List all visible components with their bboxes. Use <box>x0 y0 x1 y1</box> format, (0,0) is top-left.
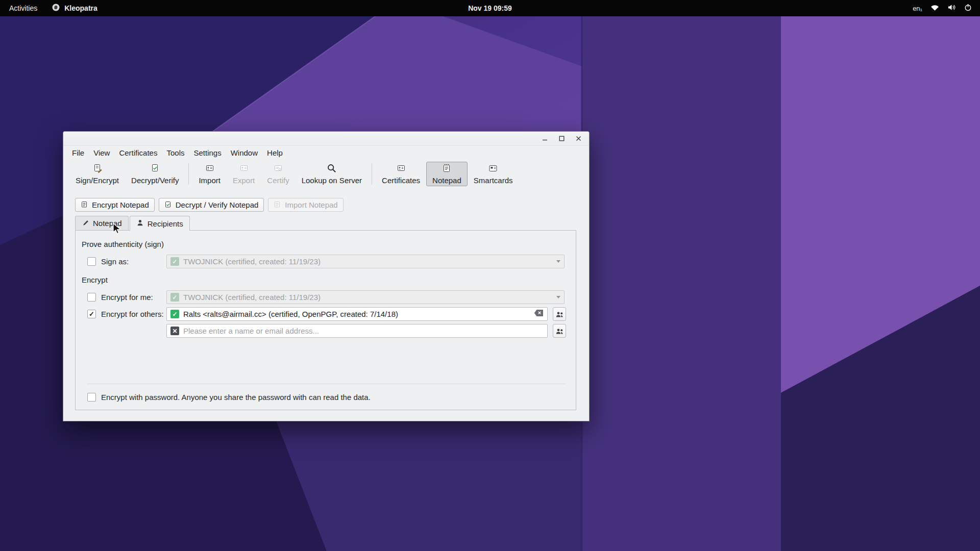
toolbar-import[interactable]: Import <box>192 162 227 186</box>
encrypt-with-password-label: Encrypt with password. Anyone you share … <box>101 393 371 402</box>
chevron-down-icon <box>556 296 560 298</box>
menu-file[interactable]: File <box>67 146 89 159</box>
sign-as-combobox: ✓ TWOJNICK (certified, created: 11/19/23… <box>166 255 565 268</box>
add-recipient-field[interactable]: ✕ <box>166 324 548 338</box>
button-label: Encrypt Notepad <box>92 201 149 209</box>
certificate-valid-icon: ✓ <box>170 257 179 266</box>
maximize-button[interactable] <box>557 135 566 143</box>
encrypt-for-others-row: Encrypt for others: ✓ <box>76 307 576 321</box>
minimize-button[interactable] <box>541 135 549 143</box>
menu-window[interactable]: Window <box>226 146 262 159</box>
tab-recipients[interactable]: Recipients <box>130 216 190 231</box>
export-icon <box>239 163 249 175</box>
toolbar-smartcards[interactable]: Smartcards <box>468 162 519 186</box>
tab-label: Recipients <box>148 219 183 228</box>
kleopatra-icon <box>52 3 60 13</box>
toolbar-lookup-on-server[interactable]: Lookup on Server <box>296 162 368 186</box>
encrypt-for-me-label: Encrypt for me: <box>101 293 153 302</box>
menu-settings[interactable]: Settings <box>189 146 226 159</box>
main-toolbar: Sign/Encrypt Decrypt/Verify Import Expor… <box>63 159 589 188</box>
volume-icon[interactable] <box>947 4 956 13</box>
clear-input-icon[interactable] <box>534 309 544 319</box>
toolbar-separator <box>188 163 189 185</box>
decrypt-verify-icon <box>150 163 160 175</box>
decrypt-verify-notepad-button[interactable]: Decrypt / Verify Notepad <box>159 198 264 212</box>
mouse-cursor <box>112 223 124 237</box>
sign-as-labelwrap: Sign as: <box>87 257 166 266</box>
notepad-mini-icon <box>274 201 281 210</box>
add-recipient-row: ✕ <box>76 324 576 338</box>
sign-section-title: Prove authenticity (sign) <box>76 240 576 248</box>
pencil-icon <box>82 219 89 228</box>
encrypt-for-me-value: TWOJNICK (certified, created: 11/19/23) <box>183 293 321 302</box>
recipient-input[interactable] <box>183 310 530 318</box>
encrypt-for-me-checkbox[interactable] <box>87 293 96 302</box>
toolbar-label: Certify <box>267 176 289 185</box>
toolbar-label: Decrypt/Verify <box>131 176 179 185</box>
panel-separator <box>87 384 566 384</box>
window-titlebar[interactable] <box>63 132 589 146</box>
encrypt-for-others-checkbox[interactable] <box>87 310 96 318</box>
person-icon <box>136 219 144 228</box>
sign-as-label: Sign as: <box>101 257 129 266</box>
certificates-icon <box>396 163 406 175</box>
certificate-valid-icon: ✓ <box>170 310 179 318</box>
password-option-row: Encrypt with password. Anyone you share … <box>87 393 371 402</box>
certificate-valid-icon: ✓ <box>170 293 179 302</box>
menu-bar: File View Certificates Tools Settings Wi… <box>63 146 589 159</box>
focused-app-indicator[interactable]: Kleopatra <box>52 3 97 13</box>
no-certificate-icon: ✕ <box>170 327 179 335</box>
toolbar-sign-encrypt[interactable]: Sign/Encrypt <box>69 162 125 186</box>
recipients-panel: Prove authenticity (sign) Sign as: ✓ TWO… <box>75 230 576 410</box>
menu-certificates[interactable]: Certificates <box>114 146 162 159</box>
menu-view[interactable]: View <box>89 146 114 159</box>
top-bar-left: Activities Kleopatra <box>0 3 97 13</box>
close-button[interactable] <box>574 135 582 143</box>
system-status-area[interactable]: en₁ <box>913 4 980 13</box>
encrypt-for-others-labelwrap: Encrypt for others: <box>87 310 166 318</box>
gnome-top-bar: Activities Kleopatra Nov 19 09:59 en₁ <box>0 0 980 16</box>
sign-as-checkbox[interactable] <box>87 257 96 266</box>
notepad-icon <box>442 163 452 175</box>
lookup-search-icon <box>327 163 337 175</box>
clock[interactable]: Nov 19 09:59 <box>468 4 512 12</box>
encrypt-notepad-button[interactable]: Encrypt Notepad <box>75 198 155 212</box>
keyboard-layout-indicator[interactable]: en₁ <box>913 5 922 12</box>
menu-tools[interactable]: Tools <box>162 146 189 159</box>
add-recipient-input[interactable] <box>183 327 544 335</box>
toolbar-label: Import <box>199 176 220 185</box>
toolbar-export: Export <box>227 162 261 186</box>
sign-as-value: TWOJNICK (certified, created: 11/19/23) <box>183 257 321 266</box>
encrypt-for-me-labelwrap: Encrypt for me: <box>87 293 166 302</box>
certify-icon <box>273 163 283 175</box>
encrypt-with-password-checkbox[interactable] <box>87 393 96 402</box>
sign-as-row: Sign as: ✓ TWOJNICK (certified, created:… <box>76 255 576 268</box>
toolbar-label: Sign/Encrypt <box>76 176 119 185</box>
toolbar-label: Smartcards <box>474 176 513 185</box>
recipient-field[interactable]: ✓ <box>166 307 548 321</box>
chevron-down-icon <box>556 260 560 263</box>
toolbar-label: Notepad <box>432 176 461 185</box>
select-certificate-button[interactable] <box>553 324 566 338</box>
notepad-action-buttons: Encrypt Notepad Decrypt / Verify Notepad… <box>75 198 589 212</box>
button-label: Import Notepad <box>285 201 337 209</box>
toolbar-notepad[interactable]: Notepad <box>426 162 468 186</box>
toolbar-label: Certificates <box>382 176 420 185</box>
toolbar-certificates[interactable]: Certificates <box>376 162 426 186</box>
toolbar-label: Export <box>233 176 255 185</box>
notepad-mini-icon <box>81 201 88 210</box>
focused-app-name: Kleopatra <box>64 4 97 12</box>
toolbar-decrypt-verify[interactable]: Decrypt/Verify <box>125 162 185 186</box>
encrypt-section-title: Encrypt <box>76 276 576 284</box>
wifi-icon[interactable] <box>930 4 939 13</box>
import-notepad-button: Import Notepad <box>268 198 343 212</box>
activities-button[interactable]: Activities <box>7 4 39 12</box>
kleopatra-window: File View Certificates Tools Settings Wi… <box>63 131 590 421</box>
toolbar-certify: Certify <box>261 162 295 186</box>
menu-help[interactable]: Help <box>262 146 287 159</box>
smartcards-icon <box>488 163 498 175</box>
notepad-mini-icon <box>164 201 172 210</box>
toolbar-separator <box>372 163 372 185</box>
select-certificate-button[interactable] <box>553 307 566 321</box>
power-icon[interactable] <box>964 4 972 13</box>
